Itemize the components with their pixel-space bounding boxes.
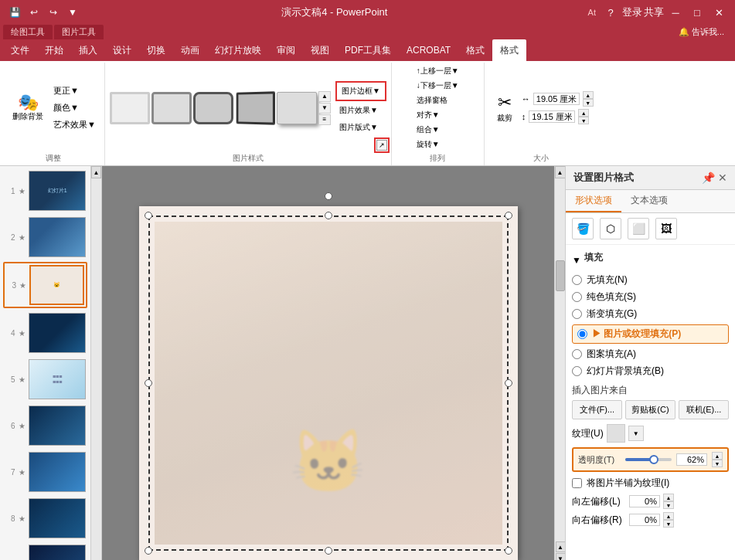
artistic-effect-button[interactable]: 艺术效果▼ bbox=[49, 117, 100, 133]
transparency-down-button[interactable]: ▼ bbox=[712, 460, 723, 467]
tab-insert[interactable]: 插入 bbox=[71, 39, 105, 61]
fill-picture-option[interactable]: ▶ 图片或纹理填充(P) bbox=[572, 324, 729, 344]
panel-pin-button[interactable]: 📌 bbox=[702, 171, 715, 184]
minimize-button[interactable]: ─ bbox=[665, 4, 686, 21]
pic-style-3[interactable] bbox=[193, 92, 233, 124]
tab-file[interactable]: 文件 bbox=[3, 39, 37, 61]
next-page-button[interactable]: ▼ bbox=[556, 553, 566, 560]
redo-button[interactable]: ↪ bbox=[45, 4, 62, 21]
login-button[interactable]: 登录 bbox=[622, 4, 642, 21]
maximize-button[interactable]: □ bbox=[687, 4, 707, 21]
share-button[interactable]: 共享 bbox=[644, 4, 664, 21]
fill-background-radio[interactable] bbox=[572, 366, 582, 376]
handle-bc[interactable] bbox=[325, 547, 332, 555]
slide-item-3[interactable]: 3 ★ 🐱 bbox=[3, 262, 87, 308]
corrections-button[interactable]: 更正▼ bbox=[49, 83, 100, 99]
slide-thumb-5[interactable]: ≡≡≡≡≡≡ bbox=[29, 359, 86, 399]
slide-panel-scroll-up[interactable]: ▲ bbox=[91, 166, 101, 178]
styles-more-button[interactable]: ≡ bbox=[318, 114, 331, 125]
pic-layout-button[interactable]: 图片版式▼ bbox=[335, 120, 386, 135]
texture-preview[interactable] bbox=[607, 424, 625, 443]
rotate-handle[interactable] bbox=[325, 192, 332, 200]
slide-thumb-6[interactable] bbox=[29, 406, 86, 446]
group-button[interactable]: 组合▼ bbox=[413, 123, 462, 137]
tab-review[interactable]: 审阅 bbox=[269, 39, 303, 61]
slide-thumb-9[interactable] bbox=[29, 545, 86, 560]
styles-down-button[interactable]: ▼ bbox=[318, 103, 331, 114]
fill-solid-option[interactable]: 纯色填充(S) bbox=[572, 290, 729, 304]
slide-item-1[interactable]: 1 ★ 幻灯片1 bbox=[3, 169, 87, 212]
tab-format-draw[interactable]: 格式 bbox=[458, 39, 492, 61]
customize-button[interactable]: ▼ bbox=[64, 4, 81, 21]
tile-checkbox-row[interactable]: 将图片半铺为纹理(I) bbox=[572, 477, 729, 490]
scroll-up-button[interactable]: ▲ bbox=[555, 166, 566, 178]
transparency-slider-container[interactable] bbox=[625, 458, 672, 461]
send-backward-button[interactable]: ↓下移一层▼ bbox=[413, 79, 462, 93]
slide-item-8[interactable]: 8 ★ bbox=[3, 497, 87, 540]
handle-tc[interactable] bbox=[325, 212, 332, 219]
selection-pane-button[interactable]: 选择窗格 bbox=[413, 93, 462, 107]
pic-styles-dialog-launcher[interactable]: ↗ bbox=[376, 140, 387, 151]
offset-right-down-button[interactable]: ▼ bbox=[663, 520, 674, 528]
texture-dropdown-button[interactable]: ▼ bbox=[628, 426, 644, 441]
fill-none-radio[interactable] bbox=[572, 275, 582, 285]
slide-panel[interactable]: 1 ★ 幻灯片1 2 ★ 3 ★ 🐱 4 ★ 5 ★ bbox=[0, 166, 91, 560]
file-insert-button[interactable]: 文件(F)... bbox=[572, 400, 622, 419]
slide-thumb-3[interactable]: 🐱 bbox=[29, 265, 84, 305]
offset-right-up-button[interactable]: ▲ bbox=[663, 512, 674, 520]
tab-slideshow[interactable]: 幻灯片放映 bbox=[207, 39, 269, 61]
online-insert-button[interactable]: 联机(E)... bbox=[679, 400, 729, 419]
fill-pattern-radio[interactable] bbox=[572, 349, 582, 359]
fill-solid-radio[interactable] bbox=[572, 292, 582, 302]
fill-gradient-radio[interactable] bbox=[572, 309, 582, 319]
height-up-button[interactable]: ▲ bbox=[578, 109, 589, 117]
tab-view[interactable]: 视图 bbox=[303, 39, 337, 61]
pic-style-1[interactable] bbox=[110, 92, 150, 124]
handle-mr[interactable] bbox=[505, 379, 512, 387]
handle-br[interactable] bbox=[505, 547, 512, 555]
slide-thumb-7[interactable] bbox=[29, 452, 86, 492]
remove-background-button[interactable]: 🎭 删除背景 bbox=[8, 91, 48, 125]
handle-ml[interactable] bbox=[145, 379, 152, 387]
clipboard-insert-button[interactable]: 剪贴板(C) bbox=[625, 400, 675, 419]
tab-pdf[interactable]: PDF工具集 bbox=[337, 39, 399, 61]
fill-none-option[interactable]: 无填充(N) bbox=[572, 273, 729, 287]
tab-home[interactable]: 开始 bbox=[37, 39, 71, 61]
slide-thumb-2[interactable] bbox=[29, 217, 86, 257]
scroll-track[interactable]: ▲ ▼ bbox=[555, 178, 566, 560]
pic-style-4[interactable] bbox=[236, 91, 275, 124]
effects-icon-button[interactable]: ⬡ bbox=[600, 218, 621, 239]
slide-thumb-1[interactable]: 幻灯片1 bbox=[29, 171, 86, 211]
transparency-track[interactable] bbox=[625, 458, 672, 461]
bring-forward-button[interactable]: ↑上移一层▼ bbox=[413, 64, 462, 78]
transparency-input[interactable] bbox=[676, 453, 707, 466]
pic-border-button[interactable]: 图片边框▼ bbox=[338, 83, 384, 99]
height-input[interactable] bbox=[529, 110, 575, 123]
canvas-area[interactable]: ▲ ▼ 🐱 bbox=[91, 166, 565, 560]
tab-text-options[interactable]: 文本选项 bbox=[621, 190, 677, 212]
scroll-thumb[interactable] bbox=[556, 260, 565, 291]
slide-item-9[interactable]: 9 ★ bbox=[3, 543, 87, 560]
panel-close-button[interactable]: ✕ bbox=[718, 171, 727, 184]
styles-up-button[interactable]: ▲ bbox=[318, 91, 331, 102]
pic-style-2[interactable] bbox=[151, 92, 192, 124]
undo-button[interactable]: ↩ bbox=[26, 4, 43, 21]
offset-left-down-button[interactable]: ▼ bbox=[663, 501, 674, 509]
fill-gradient-option[interactable]: 渐变填充(G) bbox=[572, 307, 729, 321]
notification-btn[interactable]: 🔔 告诉我... bbox=[679, 26, 724, 38]
height-down-button[interactable]: ▼ bbox=[578, 117, 589, 124]
align-button[interactable]: 对齐▼ bbox=[413, 108, 462, 122]
width-input[interactable] bbox=[533, 93, 580, 105]
offset-left-input[interactable] bbox=[629, 495, 660, 507]
handle-tl[interactable] bbox=[145, 212, 152, 219]
slide-item-6[interactable]: 6 ★ bbox=[3, 404, 87, 447]
close-button[interactable]: ✕ bbox=[709, 4, 729, 21]
tab-format-pic[interactable]: 格式 bbox=[492, 39, 526, 61]
tile-checkbox[interactable] bbox=[572, 478, 582, 488]
tab-shape-options[interactable]: 形状选项 bbox=[566, 190, 621, 212]
tab-design[interactable]: 设计 bbox=[105, 39, 139, 61]
width-up-button[interactable]: ▲ bbox=[583, 91, 594, 99]
slide-item-5[interactable]: 5 ★ ≡≡≡≡≡≡ bbox=[3, 358, 87, 401]
handle-tr[interactable] bbox=[505, 212, 512, 219]
fill-picture-radio[interactable] bbox=[577, 329, 587, 339]
